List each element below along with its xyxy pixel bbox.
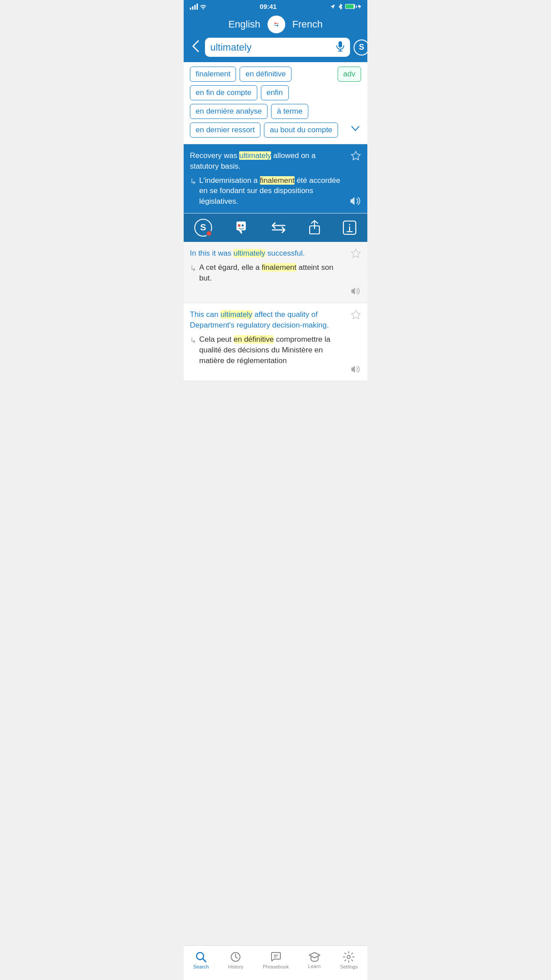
star-button-3[interactable] bbox=[350, 309, 361, 323]
chips-row-1: finalement en définitive adv bbox=[190, 67, 361, 82]
share-button[interactable] bbox=[308, 220, 321, 236]
microphone-button[interactable] bbox=[336, 41, 345, 53]
highlight-3: ultimately bbox=[220, 310, 252, 319]
location-icon bbox=[330, 4, 336, 10]
chip-en-dernier-ressort[interactable]: en dernier ressort bbox=[190, 122, 260, 138]
reply-arrow-3: ↳ bbox=[190, 335, 197, 346]
chip-en-derniere-analyse[interactable]: en dernière analyse bbox=[190, 104, 268, 119]
wifi-icon bbox=[200, 4, 207, 9]
en-sentence-1: Recovery was ultimately allowed on a sta… bbox=[190, 150, 345, 172]
source-language: English bbox=[228, 19, 260, 30]
bluetooth-icon bbox=[338, 4, 343, 10]
status-right bbox=[330, 4, 361, 10]
reply-arrow-1: ↳ bbox=[190, 176, 197, 187]
speaker-button-2[interactable] bbox=[351, 287, 361, 296]
header: English French bbox=[184, 12, 367, 62]
star-button-1[interactable] bbox=[350, 150, 361, 164]
chip-finalement[interactable]: finalement bbox=[190, 67, 236, 82]
skype-action-button[interactable]: S bbox=[194, 219, 212, 237]
fr-text-2: A cet égard, elle a finalement atteint s… bbox=[199, 262, 345, 284]
chip-au-bout-du-compte[interactable]: au bout du compte bbox=[264, 122, 338, 138]
speaker-button-3[interactable] bbox=[351, 365, 361, 375]
reply-arrow-2: ↳ bbox=[190, 263, 197, 274]
status-time: 09:41 bbox=[260, 3, 276, 10]
expand-button[interactable] bbox=[351, 126, 359, 133]
pos-badge: adv bbox=[338, 67, 361, 82]
example-item-3: This can ultimately affect the quality o… bbox=[184, 303, 367, 381]
chips-section: finalement en définitive adv en fin de c… bbox=[184, 62, 367, 144]
chips-row-2: en fin de compte enfin bbox=[190, 85, 361, 100]
svg-point-0 bbox=[271, 19, 282, 30]
search-row: S bbox=[190, 38, 361, 57]
language-row: English French bbox=[190, 16, 361, 33]
examples-section: Recovery was ultimately allowed on a sta… bbox=[184, 144, 367, 381]
example-item-2: In this it was ultimately successful. ↳ … bbox=[184, 242, 367, 303]
highlight-2: ultimately bbox=[233, 249, 265, 257]
search-input[interactable] bbox=[210, 42, 332, 53]
fr-sentence-1: ↳ L'indemnisation a finalement été accor… bbox=[190, 175, 345, 207]
svg-point-5 bbox=[242, 224, 244, 226]
speaker-button-1[interactable] bbox=[350, 197, 361, 207]
dislike-button[interactable] bbox=[233, 220, 249, 236]
chip-en-definitive[interactable]: en définitive bbox=[240, 67, 291, 82]
target-language: French bbox=[292, 19, 323, 30]
chip-a-terme[interactable]: à terme bbox=[271, 104, 308, 119]
search-box bbox=[205, 38, 350, 57]
fr-text-3: Cela peut en définitive compromettre la … bbox=[199, 334, 345, 366]
svg-rect-1 bbox=[338, 41, 342, 47]
fr-text-1: L'indemnisation a finalement été accordé… bbox=[199, 175, 345, 207]
skype-button[interactable]: S bbox=[354, 40, 367, 55]
chips-row-4: en dernier ressort au bout du compte bbox=[190, 122, 361, 138]
status-bar: 09:41 bbox=[184, 0, 367, 12]
charging-icon bbox=[358, 4, 361, 9]
fr-sentence-3: ↳ Cela peut en définitive compromettre l… bbox=[190, 334, 345, 366]
fr-highlight-2: finalement bbox=[262, 263, 296, 272]
fr-highlight-1: finalement bbox=[260, 176, 295, 185]
header-actions: S bbox=[354, 40, 367, 55]
fr-highlight-3: en définitive bbox=[234, 335, 274, 344]
en-sentence-2: In this it was ultimately successful. bbox=[190, 248, 345, 259]
highlight-1: ultimately bbox=[239, 151, 271, 160]
star-button-2[interactable] bbox=[350, 248, 361, 261]
info-button[interactable] bbox=[342, 220, 357, 235]
fr-sentence-2: ↳ A cet égard, elle a finalement atteint… bbox=[190, 262, 345, 284]
main-content: finalement en définitive adv en fin de c… bbox=[184, 62, 367, 412]
swap-action-button[interactable] bbox=[271, 221, 287, 234]
status-left bbox=[190, 4, 207, 10]
en-sentence-3: This can ultimately affect the quality o… bbox=[190, 309, 345, 331]
swap-languages-button[interactable] bbox=[268, 16, 285, 33]
chips-row-3: en dernière analyse à terme bbox=[190, 104, 361, 119]
chip-enfin[interactable]: enfin bbox=[261, 85, 289, 100]
back-button[interactable] bbox=[190, 38, 201, 57]
chip-en-fin-de-compte[interactable]: en fin de compte bbox=[190, 85, 257, 100]
action-bar: S bbox=[184, 213, 367, 242]
signal-icon bbox=[190, 4, 198, 10]
example-item-1: Recovery was ultimately allowed on a sta… bbox=[184, 144, 367, 213]
